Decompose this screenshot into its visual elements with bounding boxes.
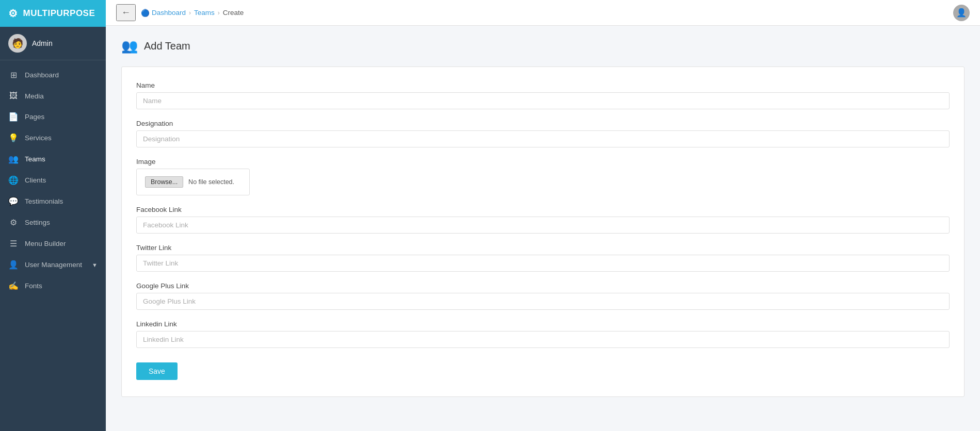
file-input-wrapper: Browse... No file selected. xyxy=(136,169,250,195)
chevron-down-icon: ▼ xyxy=(92,262,98,268)
teams-icon: 👥 xyxy=(8,154,19,164)
sidebar: ⚙ MULTIPURPOSE 🧑 Admin ⊞ Dashboard 🖼 Med… xyxy=(0,0,106,431)
breadcrumb-sep-2: › xyxy=(218,9,220,16)
sidebar-item-dashboard[interactable]: ⊞ Dashboard xyxy=(0,64,106,86)
facebook-group: Facebook Link xyxy=(136,206,950,234)
designation-input[interactable] xyxy=(136,130,950,147)
facebook-input[interactable] xyxy=(136,217,950,234)
testimonials-icon: 💬 xyxy=(8,196,19,206)
topbar-user-avatar[interactable]: 👤 xyxy=(953,5,970,21)
name-group: Name xyxy=(136,81,950,109)
image-label: Image xyxy=(136,158,950,165)
name-input[interactable] xyxy=(136,92,950,109)
page-header-icon: 👥 xyxy=(121,38,138,54)
services-icon: 💡 xyxy=(8,133,19,143)
google-plus-label: Google Plus Link xyxy=(136,282,950,290)
sidebar-item-label: Services xyxy=(25,134,52,142)
sidebar-item-label: Menu Builder xyxy=(25,240,66,247)
sidebar-item-user-management[interactable]: 👤 User Management ▼ xyxy=(0,254,106,275)
form-card: Name Designation Image Browse... No file… xyxy=(121,67,965,397)
sidebar-item-pages[interactable]: 📄 Pages xyxy=(0,106,106,127)
linkedin-group: Linkedin Link xyxy=(136,320,950,348)
brand-title: MULTIPURPOSE xyxy=(23,8,95,19)
sidebar-item-label: Settings xyxy=(25,219,50,226)
designation-label: Designation xyxy=(136,120,950,127)
sidebar-item-teams[interactable]: 👥 Teams xyxy=(0,148,106,170)
sidebar-item-services[interactable]: 💡 Services xyxy=(0,127,106,148)
designation-group: Designation xyxy=(136,120,950,147)
sidebar-item-label: Pages xyxy=(25,113,44,121)
page-title: Add Team xyxy=(144,40,190,52)
sidebar-item-fonts[interactable]: ✍ Fonts xyxy=(0,275,106,296)
user-management-icon: 👤 xyxy=(8,260,19,270)
avatar: 🧑 xyxy=(8,34,27,53)
google-plus-group: Google Plus Link xyxy=(136,282,950,310)
linkedin-input[interactable] xyxy=(136,331,950,348)
settings-icon: ⚙ xyxy=(8,218,19,227)
twitter-group: Twitter Link xyxy=(136,244,950,272)
image-group: Image Browse... No file selected. xyxy=(136,158,950,195)
sidebar-item-label: User Management xyxy=(25,261,82,269)
topbar-right: 👤 xyxy=(953,5,970,21)
back-button[interactable]: ← xyxy=(116,4,136,21)
username: Admin xyxy=(32,39,53,47)
google-plus-input[interactable] xyxy=(136,293,950,310)
breadcrumb: 🔵 Dashboard › Teams › Create xyxy=(141,9,244,17)
sidebar-item-testimonials[interactable]: 💬 Testimonials xyxy=(0,191,106,212)
sidebar-item-label: Testimonials xyxy=(25,197,63,205)
sidebar-item-label: Clients xyxy=(25,176,46,184)
facebook-label: Facebook Link xyxy=(136,206,950,213)
topbar: ← 🔵 Dashboard › Teams › Create 👤 xyxy=(106,0,980,26)
sidebar-item-media[interactable]: 🖼 Media xyxy=(0,86,106,106)
sidebar-brand: ⚙ MULTIPURPOSE xyxy=(0,0,106,27)
save-button[interactable]: Save xyxy=(136,362,178,380)
breadcrumb-sep-1: › xyxy=(189,9,191,16)
brand-icon: ⚙ xyxy=(8,7,18,20)
no-file-label: No file selected. xyxy=(188,178,234,186)
menu-builder-icon: ☰ xyxy=(8,239,19,248)
dashboard-dot-icon: 🔵 xyxy=(141,9,150,17)
pages-icon: 📄 xyxy=(8,112,19,122)
sidebar-nav: ⊞ Dashboard 🖼 Media 📄 Pages 💡 Services 👥… xyxy=(0,60,106,431)
clients-icon: 🌐 xyxy=(8,175,19,185)
media-icon: 🖼 xyxy=(8,91,19,101)
sidebar-item-label: Fonts xyxy=(25,282,42,290)
content-area: 👥 Add Team Name Designation Image Browse… xyxy=(106,26,980,431)
browse-button[interactable]: Browse... xyxy=(145,176,183,188)
breadcrumb-teams[interactable]: Teams xyxy=(194,9,215,16)
name-label: Name xyxy=(136,81,950,89)
twitter-input[interactable] xyxy=(136,255,950,272)
sidebar-item-settings[interactable]: ⚙ Settings xyxy=(0,212,106,233)
sidebar-item-label: Teams xyxy=(25,155,45,163)
breadcrumb-dashboard[interactable]: 🔵 Dashboard xyxy=(141,9,186,17)
main-content: ← 🔵 Dashboard › Teams › Create 👤 👥 Add T… xyxy=(106,0,980,431)
sidebar-item-label: Media xyxy=(25,92,44,100)
avatar-icon: 🧑 xyxy=(12,38,23,49)
sidebar-item-label: Dashboard xyxy=(25,71,59,79)
linkedin-label: Linkedin Link xyxy=(136,320,950,328)
breadcrumb-current: Create xyxy=(223,9,244,16)
sidebar-item-clients[interactable]: 🌐 Clients xyxy=(0,170,106,191)
sidebar-item-menu-builder[interactable]: ☰ Menu Builder xyxy=(0,233,106,254)
page-header: 👥 Add Team xyxy=(121,38,965,54)
home-icon: ⊞ xyxy=(8,70,19,80)
fonts-icon: ✍ xyxy=(8,281,19,291)
sidebar-user: 🧑 Admin xyxy=(0,27,106,60)
twitter-label: Twitter Link xyxy=(136,244,950,252)
